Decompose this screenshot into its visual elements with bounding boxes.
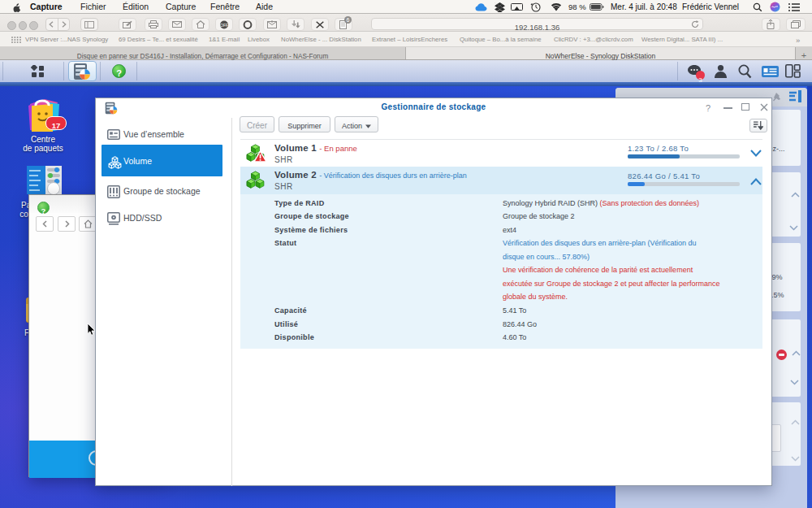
svg-text:OFF: OFF — [220, 23, 228, 28]
